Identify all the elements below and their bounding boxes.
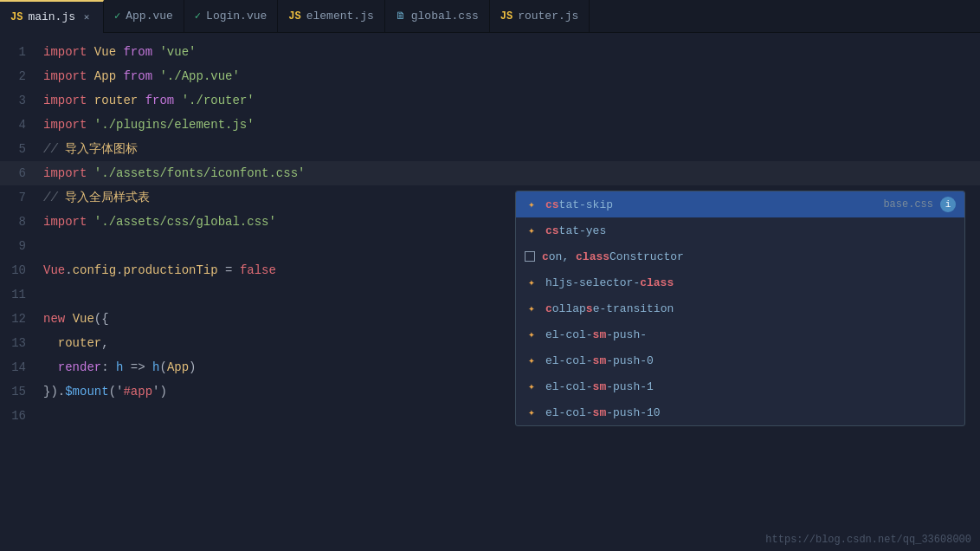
css-snippet-icon: ✦ <box>525 327 538 341</box>
autocomplete-label: el-col-sm-push-10 <box>545 406 949 419</box>
js-icon: JS <box>500 10 513 23</box>
line-number: 11 <box>0 288 43 301</box>
css-snippet-icon: ✦ <box>525 276 538 289</box>
tab-app-vue[interactable]: ✓ App.vue <box>104 0 184 33</box>
line-content: // 导入字体图标 <box>43 141 977 157</box>
autocomplete-item-9[interactable]: ✦ el-col-sm-push-10 <box>516 399 964 425</box>
autocomplete-label: con, classConstructor <box>542 250 949 263</box>
line-content: import App from './App.vue' <box>43 69 977 83</box>
line-number: 7 <box>0 191 43 204</box>
tab-label: App.vue <box>126 10 173 23</box>
tab-label: main.js <box>28 10 75 23</box>
close-tab-button[interactable]: ✕ <box>81 11 93 23</box>
line-number: 3 <box>0 94 43 107</box>
autocomplete-label: el-col-sm-push- <box>545 328 949 341</box>
code-line-6: 6 import './assets/fonts/iconfont.css' <box>0 161 980 185</box>
line-number: 12 <box>0 312 43 326</box>
line-content: import Vue from 'vue' <box>43 45 977 59</box>
watermark: https://blog.csdn.net/qq_33608000 <box>765 534 971 546</box>
tab-label: global.css <box>411 10 479 23</box>
tab-router-js[interactable]: JS router.js <box>490 0 590 33</box>
autocomplete-item-4[interactable]: ✦ hljs-selector-class <box>516 269 964 295</box>
css-snippet-icon: ✦ <box>525 353 538 367</box>
line-number: 8 <box>0 215 43 229</box>
code-line-5: 5 // 导入字体图标 <box>0 137 980 161</box>
autocomplete-item-1[interactable]: ✦ cstat-skip base.css i <box>516 191 964 217</box>
autocomplete-label: cstat-skip <box>545 198 876 211</box>
code-line-2: 2 import App from './App.vue' <box>0 64 980 88</box>
line-number: 9 <box>0 239 43 253</box>
tab-element-js[interactable]: JS element.js <box>278 0 384 33</box>
css-snippet-icon: ✦ <box>525 301 538 315</box>
autocomplete-label: el-col-sm-push-1 <box>545 380 949 393</box>
css-snippet-icon: ✦ <box>525 224 538 237</box>
line-number: 10 <box>0 263 43 277</box>
autocomplete-dropdown[interactable]: ✦ cstat-skip base.css i ✦ cstat-yes con,… <box>515 191 965 426</box>
line-content: import './assets/fonts/iconfont.css' <box>43 166 977 180</box>
css-snippet-icon: ✦ <box>525 379 538 393</box>
autocomplete-info-button[interactable]: i <box>940 197 956 212</box>
css-snippet-icon: ✦ <box>525 198 538 211</box>
autocomplete-label: el-col-sm-push-0 <box>545 354 949 367</box>
autocomplete-source: base.css <box>883 198 933 211</box>
autocomplete-item-6[interactable]: ✦ el-col-sm-push- <box>516 321 964 347</box>
autocomplete-label: collapse-transition <box>545 302 949 315</box>
autocomplete-item-7[interactable]: ✦ el-col-sm-push-0 <box>516 347 964 373</box>
box-icon <box>525 251 535 262</box>
tab-global-css[interactable]: 🗎 global.css <box>385 0 490 33</box>
tab-main-js[interactable]: JS main.js ✕ <box>0 0 104 33</box>
line-number: 5 <box>0 142 43 156</box>
line-number: 6 <box>0 166 43 180</box>
tab-bar: JS main.js ✕ ✓ App.vue ✓ Login.vue JS el… <box>0 0 980 33</box>
line-number: 4 <box>0 118 43 132</box>
autocomplete-item-2[interactable]: ✦ cstat-yes <box>516 217 964 243</box>
tab-label: element.js <box>306 10 374 23</box>
code-line-3: 3 import router from './router' <box>0 88 980 113</box>
line-content: import './plugins/element.js' <box>43 118 977 132</box>
vue-icon: ✓ <box>195 10 201 23</box>
autocomplete-label: hljs-selector-class <box>545 276 949 289</box>
tab-login-vue[interactable]: ✓ Login.vue <box>184 0 278 33</box>
css-snippet-icon: ✦ <box>525 405 538 419</box>
autocomplete-item-8[interactable]: ✦ el-col-sm-push-1 <box>516 373 964 399</box>
line-number: 2 <box>0 69 43 83</box>
autocomplete-item-5[interactable]: ✦ collapse-transition <box>516 295 964 321</box>
line-content: import router from './router' <box>43 94 977 107</box>
code-line-1: 1 import Vue from 'vue' <box>0 40 980 64</box>
editor-area: 1 import Vue from 'vue' 2 import App fro… <box>0 33 980 551</box>
line-number: 1 <box>0 45 43 59</box>
code-line-4: 4 import './plugins/element.js' <box>0 113 980 137</box>
js-icon: JS <box>288 10 300 23</box>
js-icon: JS <box>10 11 23 23</box>
vue-icon: ✓ <box>114 10 120 23</box>
autocomplete-label: cstat-yes <box>545 224 949 237</box>
tab-label: Login.vue <box>206 10 267 23</box>
line-number: 15 <box>0 385 43 399</box>
tab-label: router.js <box>518 10 578 23</box>
line-number: 13 <box>0 336 43 350</box>
autocomplete-item-3[interactable]: con, classConstructor <box>516 243 964 269</box>
line-number: 16 <box>0 409 43 423</box>
css-icon: 🗎 <box>396 10 406 23</box>
line-number: 14 <box>0 360 43 374</box>
